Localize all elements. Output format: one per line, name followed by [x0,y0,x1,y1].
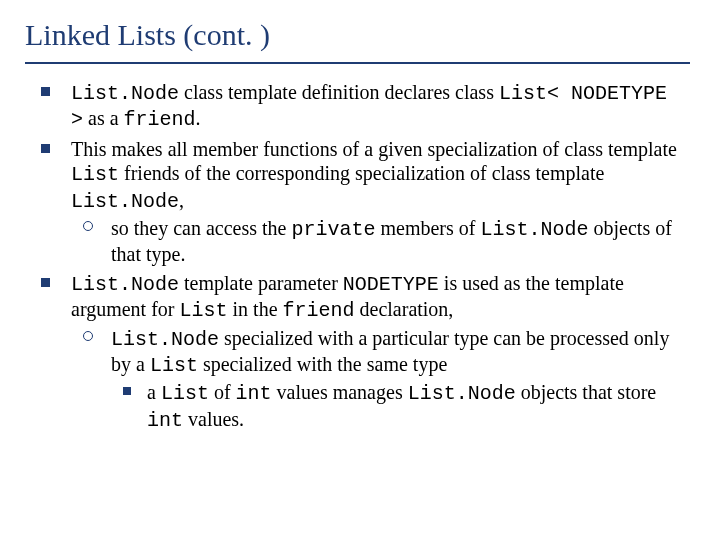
body-text: friends of the corresponding specializat… [119,162,604,184]
code-text: private [291,218,375,241]
bullet-list-level1: List.Node class template definition decl… [25,80,690,433]
body-text: template parameter [179,272,343,294]
code-text: List.Node [111,328,219,351]
code-text: NODETYPE [343,273,439,296]
code-text: friend [124,108,196,131]
bullet-item: This makes all member functions of a giv… [35,137,690,267]
bullet-item: so they can access the private members o… [77,216,690,267]
body-text: as a [83,107,124,129]
body-text: , [179,189,184,211]
code-text: List.Node [408,382,516,405]
code-text: List [180,299,228,322]
body-text: a [147,381,161,403]
body-text: values manages [272,381,408,403]
code-text: List [161,382,209,405]
bullet-list-level2: List.Node specialized with a particular … [71,326,690,434]
code-text: List.Node [71,82,179,105]
body-text: specialized with the same type [198,353,447,375]
bullet-item: List.Node specialized with a particular … [77,326,690,434]
slide: Linked Lists (cont. ) List.Node class te… [0,0,720,540]
bullet-item: List.Node class template definition decl… [35,80,690,133]
title-underline [25,62,690,64]
body-text: so they can access the [111,217,291,239]
code-text: int [147,409,183,432]
bullet-item: List.Node template parameter NODETYPE is… [35,271,690,433]
code-text: List.Node [480,218,588,241]
bullet-item: a List of int values manages List.Node o… [117,380,690,433]
body-text: in the [228,298,283,320]
code-text: List [150,354,198,377]
body-text: members of [376,217,481,239]
bullet-list-level2: so they can access the private members o… [71,216,690,267]
body-text: class template definition declares class [179,81,499,103]
body-text: This makes all member functions of a giv… [71,138,677,160]
body-text: values. [183,408,244,430]
body-text: declaration, [355,298,454,320]
code-text: int [236,382,272,405]
code-text: List [71,163,119,186]
code-text: List.Node [71,190,179,213]
body-text: . [196,107,201,129]
body-text: objects that store [516,381,657,403]
code-text: List.Node [71,273,179,296]
bullet-list-level3: a List of int values manages List.Node o… [111,380,690,433]
body-text: of [209,381,236,403]
slide-content: List.Node class template definition decl… [25,80,690,433]
slide-title: Linked Lists (cont. ) [25,18,690,56]
code-text: friend [283,299,355,322]
